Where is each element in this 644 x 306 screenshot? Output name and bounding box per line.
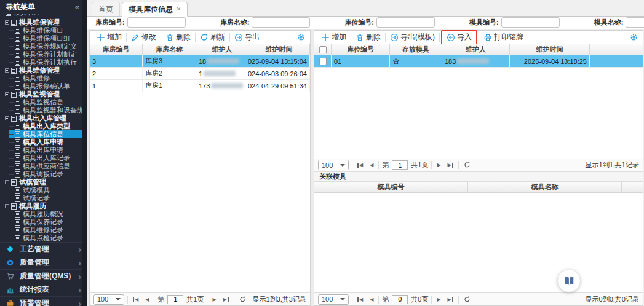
- sidebar-item-2-0[interactable]: 模具监视信息: [9, 98, 87, 106]
- select-all-checkbox[interactable]: [319, 46, 327, 53]
- collapse-minus-icon[interactable]: [5, 92, 9, 96]
- sidebar-item-0-4[interactable]: 模具保养计划执行: [9, 58, 87, 66]
- sidebar-section-3[interactable]: 统计报表›: [0, 283, 87, 296]
- last-page-button[interactable]: ▶: [221, 297, 231, 302]
- sidebar-item-3-5[interactable]: 模具供应商信息: [9, 162, 87, 170]
- sidebar-item-4-0[interactable]: 试模模具: [9, 186, 87, 194]
- sidebar-item-4-1[interactable]: 试模记录: [9, 194, 87, 202]
- page-size-select[interactable]: 100: [318, 294, 349, 305]
- printer-icon: [483, 33, 492, 42]
- warehouse-name-cell: 库房1: [143, 80, 196, 92]
- collapse-minus-icon[interactable]: [5, 204, 9, 208]
- sidebar-item-1-0[interactable]: 模具维修: [9, 74, 87, 82]
- sidebar-group-5[interactable]: 模具履历: [0, 202, 87, 210]
- toolbar-button-删除[interactable]: 删除: [161, 31, 195, 44]
- warehouse-row-2[interactable]: 2库房212024-06-03 09:26:04: [90, 68, 310, 80]
- first-page-button[interactable]: ◀: [131, 297, 140, 302]
- page-number-input[interactable]: [392, 295, 408, 304]
- sidebar-item-5-1[interactable]: 模具保养记录: [9, 218, 87, 226]
- sidebar-section-1[interactable]: 质量管理›: [0, 256, 87, 269]
- row-checkbox[interactable]: [319, 58, 327, 65]
- search-input-3[interactable]: [501, 17, 560, 28]
- collapse-minus-icon[interactable]: [5, 20, 9, 25]
- tree-connector: [9, 38, 14, 39]
- tab-close-icon[interactable]: ×: [177, 5, 181, 14]
- pager-refresh-icon[interactable]: [462, 162, 472, 168]
- page-number-input[interactable]: [167, 295, 183, 304]
- sidebar-group-0[interactable]: 模具维保管理: [0, 18, 87, 26]
- location-row-01[interactable]: 01否1832025-09-04 13:18:25: [314, 55, 643, 68]
- last-page-button[interactable]: ▶: [446, 162, 455, 168]
- document-icon: [6, 14, 11, 16]
- sidebar-item-0-3[interactable]: 模具保养计划制定: [9, 50, 87, 58]
- sidebar-section-0[interactable]: 工艺管理›: [0, 242, 87, 256]
- toolbar-button-删除[interactable]: 删除: [351, 31, 385, 44]
- sidebar-item-3-0[interactable]: 模具出入库类型: [9, 122, 87, 130]
- toolbar-button-导出(模板)[interactable]: 导出(模板): [386, 31, 439, 44]
- first-page-button[interactable]: ◀: [356, 297, 365, 302]
- next-page-button[interactable]: ▶: [210, 297, 218, 302]
- sidebar-group-2[interactable]: 模具监视管理: [0, 90, 87, 98]
- sidebar-section-4[interactable]: 预警管理›: [0, 296, 87, 306]
- sidebar-item-2-1[interactable]: 模具监视器和设备绑定关系: [9, 106, 87, 114]
- settings-gear-icon[interactable]: [297, 33, 305, 41]
- prev-page-button[interactable]: ◀: [143, 297, 151, 302]
- pager-refresh-icon[interactable]: [237, 296, 248, 303]
- search-input-4[interactable]: [626, 17, 644, 28]
- sidebar-group-1[interactable]: 模具维修管理: [0, 66, 87, 74]
- page-size-select[interactable]: 100: [93, 294, 124, 305]
- toolbar-button-修改[interactable]: 修改: [127, 31, 161, 44]
- sidebar-section-2[interactable]: 质量管理(QMS)›: [0, 269, 87, 283]
- first-page-button[interactable]: ◀: [356, 162, 365, 168]
- warehouse-row-1[interactable]: 1库房11732024-04-29 09:51:34: [90, 80, 310, 92]
- sidebar-item-5-3[interactable]: 模具点检记录: [9, 234, 87, 242]
- settings-gear-icon[interactable]: [630, 33, 638, 41]
- sidebar-item-3-6[interactable]: 模具调拨记录: [9, 170, 87, 178]
- sidebar-item-partial[interactable]: 模具管理: [0, 14, 87, 18]
- pager-refresh-icon[interactable]: [462, 296, 472, 303]
- tab-mold-location[interactable]: 模具库位信息×: [122, 2, 188, 17]
- toolbar-button-导入[interactable]: 导入: [442, 31, 476, 44]
- search-input-2[interactable]: [376, 17, 435, 28]
- last-page-button[interactable]: ▶: [446, 297, 455, 302]
- maintain-time-cell: 2024-04-29 09:51:34: [248, 80, 310, 92]
- toolbar-button-增加[interactable]: 增加: [92, 31, 126, 44]
- maintain-time-cell: 2024-06-03 09:26:04: [248, 68, 310, 79]
- plus-icon: [321, 33, 330, 42]
- sidebar-item-3-1[interactable]: 模具库位信息: [9, 130, 87, 138]
- page-number-input[interactable]: [392, 160, 408, 170]
- sidebar-collapse-icon[interactable]: «: [75, 2, 79, 12]
- sidebar-group-3[interactable]: 模具出入库管理: [0, 114, 87, 122]
- tab-home[interactable]: 首页: [92, 2, 120, 16]
- page-size-select[interactable]: 100: [318, 160, 349, 170]
- sidebar-item-0-1[interactable]: 模具维保项目组: [9, 34, 87, 42]
- tree-connector: [9, 46, 14, 47]
- toolbar-button-打印铭牌[interactable]: 打印铭牌: [479, 31, 528, 44]
- sidebar-item-5-0[interactable]: 模具履历概况: [9, 210, 87, 218]
- warehouse-row-3[interactable]: 3库房3182025-09-04 13:15:04: [90, 55, 310, 68]
- next-page-button[interactable]: ▶: [435, 297, 442, 302]
- collapse-minus-icon[interactable]: [5, 180, 9, 184]
- toolbar-button-刷新[interactable]: 刷新: [196, 31, 229, 44]
- search-input-1[interactable]: [252, 17, 310, 28]
- sidebar-item-0-0[interactable]: 模具维保项目: [9, 26, 87, 34]
- toolbar-button-导出[interactable]: 导出: [230, 31, 264, 44]
- sidebar-item-3-3[interactable]: 模具出库申请: [9, 146, 87, 154]
- sidebar-item-1-1[interactable]: 模具报修确认单: [9, 82, 87, 90]
- search-input-0[interactable]: [127, 17, 186, 28]
- help-book-button[interactable]: [558, 270, 580, 292]
- sidebar-item-0-2[interactable]: 模具保养规则定义: [9, 42, 87, 50]
- collapse-minus-icon[interactable]: [5, 116, 9, 120]
- toolbar-button-增加[interactable]: 增加: [317, 31, 351, 44]
- sidebar-item-5-2[interactable]: 模具维修记录: [9, 226, 87, 234]
- prev-page-button[interactable]: ◀: [368, 162, 375, 168]
- sidebar-group-4[interactable]: 试模管理: [0, 178, 87, 186]
- sidebar-item-label: 模具监视器和设备绑定关系: [23, 106, 87, 114]
- sidebar-item-3-4[interactable]: 模具出入库记录: [9, 154, 87, 162]
- prev-page-button[interactable]: ◀: [368, 297, 375, 302]
- collapse-minus-icon[interactable]: [5, 68, 9, 73]
- next-page-button[interactable]: ▶: [435, 162, 442, 168]
- trash-icon: [165, 33, 174, 42]
- sidebar-item-3-2[interactable]: 模具入库申请: [9, 138, 87, 146]
- pager-divider: [352, 161, 352, 169]
